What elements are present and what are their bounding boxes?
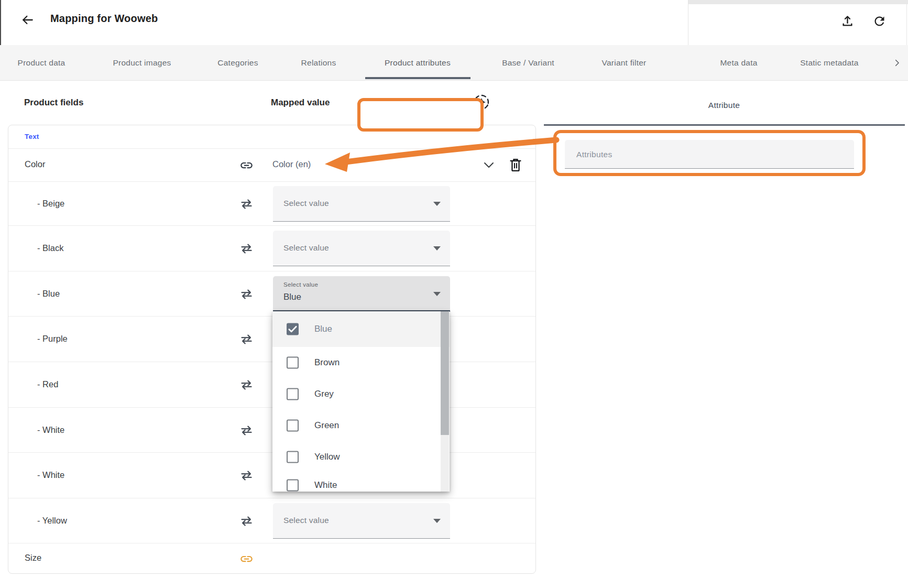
dropdown-option-green[interactable]: Green: [272, 410, 450, 441]
tab-variant-filter[interactable]: Variant filter: [601, 45, 646, 80]
value-row-purple: - Purple: [8, 316, 535, 362]
checkbox-unchecked[interactable]: [287, 420, 299, 432]
checkbox-unchecked[interactable]: [287, 451, 299, 463]
field-label: Size: [25, 553, 41, 563]
dropdown-scrollbar-track[interactable]: [441, 435, 449, 492]
screenshot-seam-strip: [688, 0, 908, 4]
option-label: Brown: [314, 357, 340, 368]
dropdown-option-brown[interactable]: Brown: [272, 347, 450, 378]
tab-meta-data[interactable]: Meta data: [720, 45, 757, 80]
option-label: Yellow: [314, 452, 340, 462]
swap-arrows-icon[interactable]: [239, 287, 254, 301]
select-floating-label: Select value: [283, 281, 318, 288]
dropdown-scrollbar-thumb[interactable]: [441, 311, 449, 435]
caret-down-icon: [433, 246, 441, 251]
option-label: Green: [314, 420, 339, 431]
tab-product-attributes[interactable]: Product attributes: [385, 45, 451, 80]
back-button[interactable]: [20, 12, 36, 28]
dropdown-option-yellow[interactable]: Yellow: [272, 441, 450, 473]
upload-button[interactable]: [840, 14, 855, 28]
swap-arrows-icon[interactable]: [239, 378, 254, 392]
select-value-dropdown[interactable]: Select value: [273, 186, 450, 222]
select-placeholder: Select value: [283, 243, 329, 253]
value-row-white-1: - White: [8, 407, 535, 453]
select-value-dropdown-focused[interactable]: Select value Blue: [273, 276, 450, 312]
product-attributes-highlight-annotation: [357, 98, 484, 132]
tab-base-variant[interactable]: Base / Variant: [502, 45, 554, 80]
select-value-dropdown[interactable]: Select value: [273, 503, 450, 539]
dropdown-option-grey[interactable]: Grey: [272, 378, 450, 410]
select-current-value: Blue: [283, 292, 301, 302]
upload-icon: [840, 14, 855, 28]
value-dropdown-menu: Blue Brown Grey Green Yellow White: [272, 311, 450, 492]
checkbox-checked[interactable]: [287, 323, 299, 335]
value-label: - Yellow: [37, 516, 67, 526]
trash-icon: [508, 157, 523, 173]
tab-bar: Product data Product images Categories R…: [0, 45, 908, 81]
value-row-blue: - Blue Select value Blue: [8, 271, 535, 317]
value-label: - Blue: [37, 289, 60, 299]
tab-product-images[interactable]: Product images: [113, 45, 171, 80]
tab-categories[interactable]: Categories: [217, 45, 258, 80]
field-label: Color: [25, 159, 45, 169]
value-label: - White: [37, 470, 64, 480]
value-label: - Beige: [37, 199, 64, 209]
page-title: Mapping for Wooweb: [50, 13, 158, 25]
refresh-icon: [872, 14, 887, 28]
tab-relations[interactable]: Relations: [301, 45, 336, 80]
tab-product-data[interactable]: Product data: [18, 45, 65, 80]
mapping-card: Text Color Color (en): [8, 125, 536, 574]
select-placeholder: Select value: [283, 516, 329, 525]
value-row-black: - Black Select value: [8, 225, 535, 271]
select-placeholder: Select value: [283, 199, 329, 208]
link-chain-icon-amber[interactable]: [239, 552, 254, 566]
checkbox-unchecked[interactable]: [287, 480, 299, 492]
value-label: - Purple: [37, 334, 68, 344]
value-row-yellow: - Yellow Select value: [8, 498, 535, 543]
attribute-panel-underline: [544, 124, 905, 126]
column-header-attribute: Attribute: [708, 101, 740, 110]
attribute-mapping-row-color: Color Color (en): [8, 148, 535, 182]
column-header-product-fields: Product fields: [24, 97, 83, 108]
swap-arrows-icon[interactable]: [239, 197, 254, 211]
value-label: - Red: [37, 379, 58, 389]
caret-down-icon: [433, 519, 441, 523]
select-value-dropdown[interactable]: Select value: [273, 231, 450, 266]
swap-arrows-icon[interactable]: [239, 332, 254, 346]
swap-arrows-icon[interactable]: [239, 469, 254, 483]
arrow-left-icon: [21, 13, 35, 27]
swap-arrows-icon[interactable]: [239, 423, 254, 438]
mapped-attribute-select[interactable]: Color (en): [272, 159, 311, 169]
active-tab-indicator: [365, 77, 471, 79]
mapping-screen: Mapping for Wooweb Product data Product …: [0, 0, 908, 588]
dropdown-option-white[interactable]: White: [272, 473, 450, 492]
checkmark-icon: [287, 323, 299, 335]
caret-down-icon: [433, 202, 441, 206]
chevron-down-icon[interactable]: [483, 161, 495, 169]
checkbox-unchecked[interactable]: [287, 388, 299, 400]
option-label: White: [314, 480, 337, 491]
value-label: - Black: [37, 243, 63, 253]
link-chain-icon[interactable]: [239, 158, 254, 172]
swap-arrows-icon[interactable]: [239, 242, 254, 256]
window-edge-artifact: [0, 0, 1, 45]
value-label: - White: [37, 425, 64, 435]
swap-arrows-icon[interactable]: [239, 514, 254, 528]
tab-overflow-button[interactable]: [892, 45, 902, 80]
value-row-red: - Red: [8, 362, 535, 408]
value-row-white-2: - White: [8, 452, 535, 498]
checkbox-unchecked[interactable]: [287, 357, 299, 369]
value-row-beige: - Beige Select value: [8, 181, 535, 226]
tab-static-metadata[interactable]: Static metadata: [800, 45, 858, 80]
refresh-button[interactable]: [872, 14, 887, 28]
column-header-mapped-value: Mapped value: [271, 97, 330, 108]
group-label-text: Text: [25, 133, 39, 140]
attributes-search-field[interactable]: Attributes: [565, 140, 854, 169]
caret-down-icon: [433, 292, 441, 296]
chevron-right-icon: [892, 58, 902, 68]
delete-mapping-button[interactable]: [508, 157, 523, 173]
attributes-field-label: Attributes: [576, 150, 612, 159]
attribute-mapping-row-size: Size: [8, 543, 535, 575]
dropdown-option-blue[interactable]: Blue: [272, 311, 450, 347]
option-label: Blue: [314, 324, 332, 334]
